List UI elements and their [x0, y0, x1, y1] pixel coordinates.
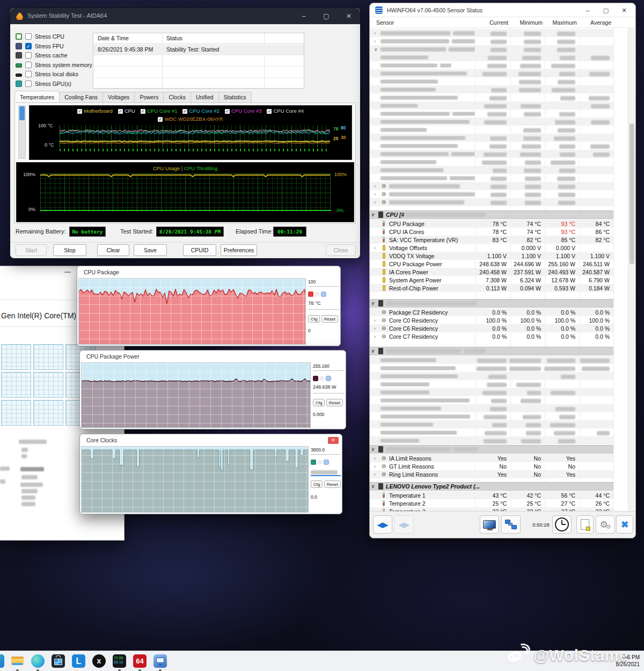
sensor-scrollbar[interactable]	[628, 28, 635, 512]
nav-arrows-button[interactable]: ◀▶	[373, 515, 392, 534]
taskbar-microsoft-store-icon[interactable]	[52, 654, 65, 668]
expander-icon[interactable]: ›	[374, 334, 380, 339]
grid-color-swatch[interactable]	[326, 376, 331, 381]
sensor-row[interactable]: Temperature 143 °C42 °C56 °C44 °C	[370, 491, 613, 499]
remote-sensor-button[interactable]	[501, 515, 521, 534]
tab-statistics[interactable]: Statistics	[218, 92, 252, 103]
tab-unified[interactable]: Unified	[191, 92, 219, 103]
taskbar-aida64-icon[interactable]: 64	[133, 654, 147, 668]
section-header-cpu[interactable]: ∨ CPU [#	[370, 210, 613, 219]
sensor-row[interactable]: ›⊖Core C0 Residency100.0 %100.0 %100.0 %…	[370, 316, 613, 324]
expander-icon[interactable]: ›	[374, 245, 380, 251]
sensor-row[interactable]: VDDQ TX Voltage1.100 V1.100 V1.100 V1.10…	[370, 252, 613, 260]
start-button[interactable]: Start	[16, 244, 47, 256]
clear-button[interactable]: Clear	[97, 244, 129, 256]
taskbar-hwinfo-icon[interactable]	[153, 654, 167, 668]
series-color-swatch[interactable]	[311, 460, 316, 465]
sensor-row[interactable]: ›⊖Core C7 Residency0.0 %0.0 %0.0 %0.0 %	[370, 332, 613, 340]
stress-checkbox[interactable]	[25, 62, 32, 68]
taskbar-edge-icon[interactable]	[31, 654, 45, 668]
stop-button[interactable]: Stop	[53, 244, 86, 256]
save-button[interactable]: Save	[134, 244, 167, 256]
section-header-residency[interactable]: ∨	[370, 299, 613, 308]
graph-window-cpu-package-power[interactable]: CPU Package Power 255.160 248.638 W Cfg …	[79, 350, 346, 429]
aida64-titlebar[interactable]: System Stability Test - AIDA64 – ▢ ✕	[10, 8, 360, 24]
reset-button[interactable]: Reset	[321, 315, 338, 323]
section-header-limits[interactable]: ∨	[370, 445, 613, 454]
stress-checkbox[interactable]	[25, 71, 32, 77]
sensor-row[interactable]: ›⊖IA Limit ReasonsYesNoYes	[370, 454, 613, 462]
series-color-swatch[interactable]	[308, 291, 313, 297]
clock-button[interactable]	[552, 515, 572, 534]
sensor-row[interactable]: ›⊖Core C6 Residency0.0 %0.0 %0.0 %0.0 %	[370, 324, 613, 332]
chart-scrollbar[interactable]	[18, 105, 26, 159]
sensor-row[interactable]: IA Cores Power240.458 W237.591 W240.493 …	[370, 268, 613, 276]
bg-color-swatch[interactable]	[320, 376, 324, 381]
section-header-lenovo[interactable]: ∨ LENOVO Lenovo Type2 Product (...	[370, 482, 613, 491]
stress-checkbox[interactable]	[25, 33, 32, 40]
reset-button[interactable]: Reset	[324, 480, 341, 488]
sensor-row[interactable]: CPU Package78 °C74 °C93 °C84 °C	[370, 220, 613, 228]
sensor-row[interactable]: System Agent Power7.308 W6.324 W12.678 W…	[370, 276, 613, 284]
legend-checkbox[interactable]: ✓	[182, 109, 187, 114]
stress-checkbox[interactable]	[25, 52, 32, 59]
close-button[interactable]: ✕	[338, 8, 360, 24]
taskbar-pinned-app-partial-icon[interactable]	[0, 654, 4, 668]
exit-button[interactable]: ✖	[616, 515, 633, 534]
taskbar-lenovo-app-icon[interactable]: L	[72, 654, 85, 668]
taskbar-file-explorer-icon[interactable]	[11, 654, 24, 668]
sensor-row[interactable]: ›Voltage Offsets0.000 V0.000 V	[370, 244, 613, 252]
nav-arrows-disabled-button[interactable]: ◀▶	[394, 515, 414, 534]
report-button[interactable]	[576, 515, 594, 534]
tab-clocks[interactable]: Clocks	[163, 92, 191, 103]
sensor-row[interactable]: ›⊖Ring Limit ReasonsYesNoYes	[370, 470, 613, 478]
minimize-button[interactable]: –	[579, 3, 597, 17]
graph-close-button[interactable]: ✕	[328, 437, 339, 444]
taskbar-xbox-icon[interactable]: x	[92, 654, 106, 668]
graph-window-cpu-package[interactable]: CPU Package 100 78 °C Cfg Reset 0	[77, 266, 341, 346]
reset-button[interactable]: Reset	[326, 399, 343, 406]
maximize-button[interactable]: ▢	[597, 3, 615, 17]
tab-voltages[interactable]: Voltages	[103, 92, 135, 103]
series-color-swatch[interactable]	[313, 376, 318, 381]
stress-checkbox[interactable]: ✓	[25, 43, 32, 49]
section-header-blurred[interactable]: ∨	[370, 347, 613, 355]
tab-cooling-fans[interactable]: Cooling Fans	[59, 92, 103, 103]
expander-icon[interactable]: ›	[374, 326, 380, 331]
legend-checkbox[interactable]: ✓	[225, 109, 230, 114]
sensor-scrollbar-thumb[interactable]	[630, 123, 634, 264]
sensor-row[interactable]: CPU IA Cores78 °C74 °C93 °C86 °C	[370, 228, 613, 236]
cfg-button[interactable]: Cfg	[313, 399, 325, 406]
preferences-button[interactable]: Preferences	[221, 244, 257, 256]
stress-checkbox[interactable]	[25, 81, 32, 87]
sensor-row[interactable]: ⊖Package C2 Residency0.0 %0.0 %0.0 %0.0 …	[370, 308, 613, 316]
legend-checkbox[interactable]: ✓	[77, 109, 82, 114]
grid-color-swatch[interactable]	[321, 291, 326, 297]
taskbar-sensor-panel-icon[interactable]: 70 88 66 10	[113, 654, 126, 668]
legend-checkbox[interactable]: ✓	[141, 109, 145, 114]
tab-temperatures[interactable]: Temperatures	[14, 91, 60, 101]
legend-checkbox[interactable]: ✓	[267, 109, 272, 114]
sensor-row[interactable]: ›⊖GT Limit ReasonsNoNoNo	[370, 462, 613, 470]
system-summary-button[interactable]	[480, 515, 499, 534]
minimize-button[interactable]: –	[292, 8, 315, 24]
hwinfo-titlebar[interactable]: HWiNFO64 v7.06-4500 Sensor Status – ▢ ✕	[370, 3, 635, 17]
cfg-button[interactable]: Cfg	[311, 480, 323, 488]
expander-icon[interactable]: ›	[374, 464, 380, 469]
bg-color-swatch[interactable]	[315, 292, 319, 296]
expander-icon[interactable]: ›	[374, 472, 380, 477]
bg-color-swatch[interactable]	[318, 460, 322, 464]
log-row[interactable]: 8/26/2021 9:45:38 PM Stability Test: Sta…	[93, 45, 304, 55]
cfg-button[interactable]: Cfg	[308, 315, 320, 323]
tab-powers[interactable]: Powers	[134, 92, 164, 103]
sensor-row[interactable]: CPU Package Power248.638 W244.696 W255.1…	[370, 260, 613, 268]
sensor-row[interactable]: Rest-of-Chip Power0.113 W0.094 W0.593 W0…	[370, 284, 613, 292]
cpuid-button[interactable]: CPUID	[183, 244, 216, 256]
graph-window-core-clocks[interactable]: Core Clocks ✕ 3800.0 Cfg Reset 0.0	[79, 434, 342, 514]
maximize-button[interactable]: ▢	[315, 8, 338, 24]
sensor-row[interactable]: Temperature 225 °C25 °C27 °C26 °C	[370, 499, 613, 507]
sensor-row[interactable]: SA: VCC Temperature (VR)83 °C82 °C85 °C8…	[370, 236, 613, 244]
legend-checkbox[interactable]: ✓	[118, 109, 123, 114]
expander-icon[interactable]: ›	[374, 456, 380, 461]
close-test-button[interactable]: Close	[326, 244, 356, 256]
